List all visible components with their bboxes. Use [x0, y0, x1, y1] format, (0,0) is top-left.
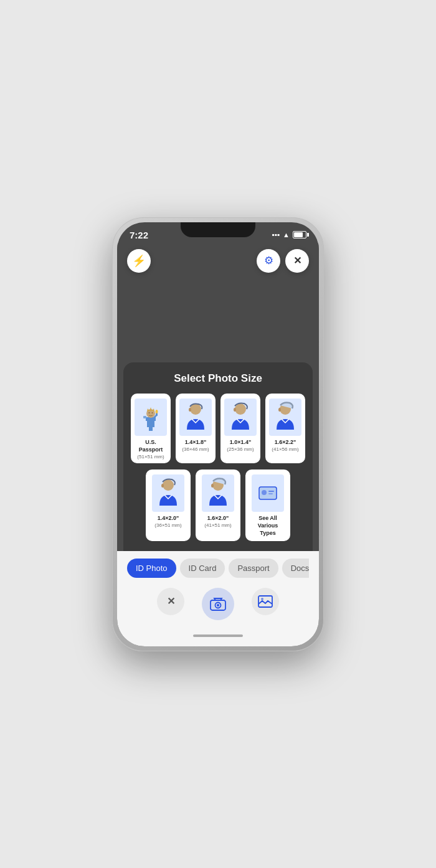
signal-icon: ▲ [283, 231, 290, 238]
photo-item-1-0x1-4[interactable]: 1.0×1.4" (25×36 mm) [220, 394, 260, 463]
status-bar: 7:22 ▪▪▪ ▲ [117, 222, 319, 243]
svg-point-33 [261, 598, 263, 600]
photo-row-1: U.S. Passport (51×51 mm) [131, 394, 305, 463]
svg-point-12 [149, 412, 150, 413]
top-controls: ⚡ ⚙ ✕ [117, 243, 319, 279]
close-top-button[interactable]: ✕ [285, 249, 309, 273]
wifi-icon: ▪▪▪ [272, 230, 280, 239]
photo-item-sublabel-1-4x1-8: (36×46 mm) [182, 446, 209, 453]
photo-item-1-6x2-2-image [269, 399, 301, 436]
svg-point-17 [234, 408, 236, 412]
svg-point-23 [211, 484, 214, 488]
photo-item-label-1-4x2-0: 1.4×2.0" [158, 515, 179, 522]
home-bar [193, 634, 243, 637]
photo-item-1-6x2-2[interactable]: 1.6×2.2" (41×56 mm) [265, 394, 305, 463]
person-icon-1 [183, 402, 208, 433]
flash-button[interactable]: ⚡ [127, 249, 151, 273]
tab-docs[interactable]: Docs [282, 559, 309, 578]
home-indicator [127, 630, 309, 641]
photo-item-sublabel-1-6x2-2: (41×56 mm) [272, 446, 298, 453]
svg-point-9 [156, 410, 158, 413]
photo-item-1-6x2-0[interactable]: 1.6×2.0" (41×51 mm) [196, 469, 240, 540]
svg-marker-4 [149, 407, 152, 411]
see-all-types-button[interactable]: See AllVariousTypes [245, 469, 290, 540]
svg-rect-27 [268, 491, 274, 492]
close-icon: ✕ [293, 255, 301, 267]
svg-point-15 [189, 408, 191, 412]
camera-area: ⚡ ⚙ ✕ Select Photo Size [117, 243, 319, 551]
photo-item-1-0x1-4-image [224, 399, 257, 436]
svg-point-26 [262, 490, 267, 495]
svg-rect-32 [258, 596, 272, 607]
photo-select-panel: Select Photo Size [123, 362, 313, 550]
cancel-icon: ✕ [167, 595, 175, 607]
cancel-action-button[interactable]: ✕ [157, 588, 184, 615]
tab-passport[interactable]: Passport [229, 559, 278, 578]
tab-id-card[interactable]: ID Card [180, 559, 225, 578]
photo-item-sublabel-us-passport: (51×51 mm) [137, 454, 164, 460]
gear-icon: ⚙ [264, 254, 273, 267]
photo-item-us-passport[interactable]: U.S. Passport (51×51 mm) [131, 394, 171, 463]
photo-item-label-1-0x1-4: 1.0×1.4" [230, 439, 252, 446]
person-icon-4 [156, 478, 181, 509]
photo-item-1-4x1-8-image [179, 399, 212, 436]
settings-button[interactable]: ⚙ [257, 249, 280, 273]
svg-point-19 [278, 408, 281, 412]
svg-point-31 [217, 604, 219, 606]
phone-frame: 7:22 ▪▪▪ ▲ ⚡ ⚙ ✕ [112, 217, 324, 651]
action-row: ✕ [127, 584, 309, 624]
photo-item-label-1-6x2-2: 1.6×2.2" [275, 439, 296, 446]
photo-item-label-1-4x1-8: 1.4×1.8" [185, 439, 207, 446]
photo-item-sublabel-1-4x2-0: (36×51 mm) [154, 522, 181, 529]
gallery-icon [258, 595, 273, 608]
photo-item-sublabel-1-6x2-0: (41×51 mm) [204, 522, 231, 529]
photo-item-1-4x2-0-image [152, 474, 184, 512]
tab-bar: ID Photo ID Card Passport Docs [127, 559, 309, 578]
see-all-image [252, 474, 284, 512]
photo-row-2: 1.4×2.0" (36×51 mm) [131, 469, 305, 540]
camera-icon [210, 597, 226, 611]
photo-item-label-us-passport: U.S. Passport [135, 439, 167, 453]
photo-item-sublabel-1-0x1-4: (25×36 mm) [227, 446, 254, 453]
status-time: 7:22 [130, 230, 148, 240]
person-icon-3 [273, 402, 298, 433]
status-icons: ▪▪▪ ▲ [272, 230, 306, 239]
svg-rect-11 [143, 416, 146, 418]
svg-point-13 [152, 412, 153, 413]
photo-grid: U.S. Passport (51×51 mm) [131, 394, 305, 540]
svg-rect-28 [268, 493, 273, 494]
photo-item-1-6x2-0-image [202, 474, 234, 512]
svg-point-21 [161, 484, 164, 488]
photo-item-1-4x2-0[interactable]: 1.4×2.0" (36×51 mm) [146, 469, 191, 540]
passport-image [135, 399, 167, 436]
bottom-area: ID Photo ID Card Passport Docs ✕ [117, 551, 319, 646]
id-card-icon [258, 484, 278, 502]
person-icon-5 [206, 478, 230, 509]
battery-icon [293, 231, 306, 238]
photo-item-label-1-6x2-0: 1.6×2.0" [207, 515, 229, 522]
phone-screen: 7:22 ▪▪▪ ▲ ⚡ ⚙ ✕ [117, 222, 319, 646]
top-right-buttons: ⚙ ✕ [257, 249, 309, 273]
panel-title: Select Photo Size [131, 372, 305, 385]
tab-id-photo[interactable]: ID Photo [127, 559, 176, 578]
person-icon-2 [228, 402, 253, 433]
lightning-icon: ⚡ [132, 254, 146, 268]
photo-item-1-4x1-8[interactable]: 1.4×1.8" (36×46 mm) [176, 394, 216, 463]
gallery-action-button[interactable] [252, 588, 279, 615]
camera-action-button[interactable] [202, 588, 234, 620]
liberty-statue-icon [140, 402, 162, 432]
see-all-label: See AllVariousTypes [258, 515, 278, 537]
